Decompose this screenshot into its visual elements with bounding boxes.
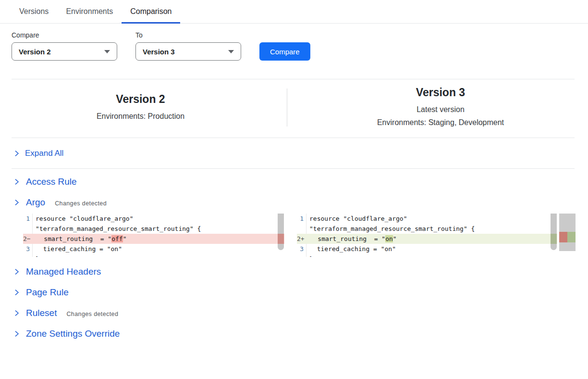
minimap-removed-mark [559, 232, 567, 242]
chevron-right-icon [13, 150, 20, 157]
chevron-right-icon [13, 330, 20, 337]
changed-token: off [111, 235, 122, 242]
scrollbar-thumb[interactable] [278, 214, 284, 250]
version-right-subtitle: Latest version [293, 103, 588, 116]
compare-from-select[interactable]: Version 2 [12, 42, 117, 61]
section-label: Page Rule [26, 287, 69, 298]
line-number: 2− [23, 234, 34, 244]
code-text: } [33, 254, 39, 257]
expand-all-link[interactable]: Expand All [25, 149, 63, 158]
section-row-access-rule[interactable]: Access Rule [13, 177, 588, 187]
line-number: 1 [297, 214, 306, 224]
line-number: 1 [23, 214, 33, 224]
chevron-right-icon [13, 199, 20, 206]
compare-to-field: To Version 3 [135, 31, 241, 61]
diff-line: 2+ smart_routing = "on" [297, 234, 557, 244]
diff-panel-right[interactable]: 1resource "cloudflare_argo""terraform_ma… [297, 214, 557, 257]
line-number: 2+ [297, 234, 307, 244]
compare-to-select[interactable]: Version 3 [135, 42, 241, 61]
scrollbar-thumb[interactable] [551, 214, 557, 250]
line-number: 3 [297, 244, 306, 254]
vertical-divider [287, 88, 287, 126]
select-value: Version 3 [143, 48, 175, 56]
minimap-added-mark [567, 232, 576, 242]
resource-sections: Access Rule Argo Changes detected 1resou… [0, 169, 588, 339]
comparison-page: Versions Environments Comparison Compare… [0, 0, 588, 339]
code-text: "terraform_managed_resource_smart_routin… [306, 224, 475, 234]
section-label: Argo [26, 197, 45, 208]
changes-detected-badge: Changes detected [55, 200, 107, 207]
version-right-title: Version 3 [293, 86, 588, 99]
code-text: smart_routing = "off" [34, 234, 127, 244]
argo-diff: 1resource "cloudflare_argo""terraform_ma… [23, 214, 588, 257]
diff-line: 1resource "cloudflare_argo" [297, 214, 557, 224]
code-text: resource "cloudflare_argo" [33, 214, 134, 224]
line-number [297, 224, 306, 234]
code-text: resource "cloudflare_argo" [306, 214, 407, 224]
diff-panel-left[interactable]: 1resource "cloudflare_argo""terraform_ma… [23, 214, 284, 257]
chevron-right-icon [13, 268, 20, 275]
scrollbar-right[interactable] [550, 214, 557, 257]
line-number [23, 224, 33, 234]
section-row-managed-headers[interactable]: Managed Headers [13, 266, 588, 277]
compare-label: Compare [12, 31, 117, 39]
chevron-right-icon [13, 310, 20, 316]
expand-all-row: Expand All [0, 138, 588, 168]
diff-line: 2− smart_routing = "off" [23, 234, 284, 244]
to-label: To [135, 31, 241, 39]
section-label: Ruleset [26, 308, 57, 318]
line-number [297, 254, 306, 257]
tab-bar: Versions Environments Comparison [0, 0, 588, 24]
diff-line: 1resource "cloudflare_argo" [23, 214, 284, 224]
section-label: Zone Settings Override [26, 328, 120, 339]
section-row-argo[interactable]: Argo Changes detected [13, 197, 588, 208]
compare-from-field: Compare Version 2 [12, 31, 117, 61]
chevron-right-icon [13, 289, 20, 296]
version-left-environments: Environments: Production [0, 110, 281, 123]
chevron-down-icon [104, 50, 110, 53]
select-value: Version 2 [19, 48, 51, 56]
line-number: 3 [23, 244, 33, 254]
added-line-mark [551, 234, 557, 244]
removed-line-mark [278, 234, 284, 244]
version-right-header: Version 3 Latest version Environments: S… [293, 86, 588, 129]
tab-comparison[interactable]: Comparison [122, 0, 180, 24]
line-number [23, 254, 33, 257]
code-lines: 1resource "cloudflare_argo""terraform_ma… [23, 214, 284, 257]
diff-line: 3 tiered_caching = "on" [23, 244, 284, 254]
code-text: tiered_caching = "on" [306, 244, 396, 254]
changes-detected-badge: Changes detected [66, 311, 118, 317]
section-row-ruleset[interactable]: Ruleset Changes detected [13, 308, 588, 318]
section-label: Access Rule [26, 177, 77, 187]
version-right-environments: Environments: Staging, Development [293, 116, 588, 129]
chevron-right-icon [13, 178, 20, 185]
diff-line: 3 tiered_caching = "on" [297, 244, 557, 254]
code-lines: 1resource "cloudflare_argo""terraform_ma… [297, 214, 557, 257]
tab-environments[interactable]: Environments [57, 0, 122, 24]
version-left-header: Version 2 Environments: Production [0, 86, 281, 129]
version-headers: Version 2 Environments: Production Versi… [0, 79, 588, 138]
tab-versions[interactable]: Versions [11, 0, 57, 24]
section-row-page-rule[interactable]: Page Rule [13, 287, 588, 298]
compare-form: Compare Version 2 To Version 3 Compare [0, 24, 588, 61]
scrollbar-left[interactable] [277, 214, 284, 257]
section-label: Managed Headers [26, 266, 101, 277]
diff-line: } [297, 254, 557, 257]
version-left-title: Version 2 [0, 93, 281, 106]
section-row-zone-settings-override[interactable]: Zone Settings Override [13, 328, 588, 339]
diff-line: "terraform_managed_resource_smart_routin… [297, 224, 557, 234]
compare-button[interactable]: Compare [259, 42, 310, 61]
diff-line: } [23, 254, 284, 257]
code-text: smart_routing = "on" [307, 234, 397, 244]
chevron-down-icon [228, 50, 234, 53]
code-text: "terraform_managed_resource_smart_routin… [33, 224, 201, 234]
changed-token: on [385, 235, 393, 242]
diff-minimap[interactable] [559, 214, 576, 251]
code-text: tiered_caching = "on" [33, 244, 122, 254]
code-text: } [306, 254, 313, 257]
diff-line: "terraform_managed_resource_smart_routin… [23, 224, 284, 234]
